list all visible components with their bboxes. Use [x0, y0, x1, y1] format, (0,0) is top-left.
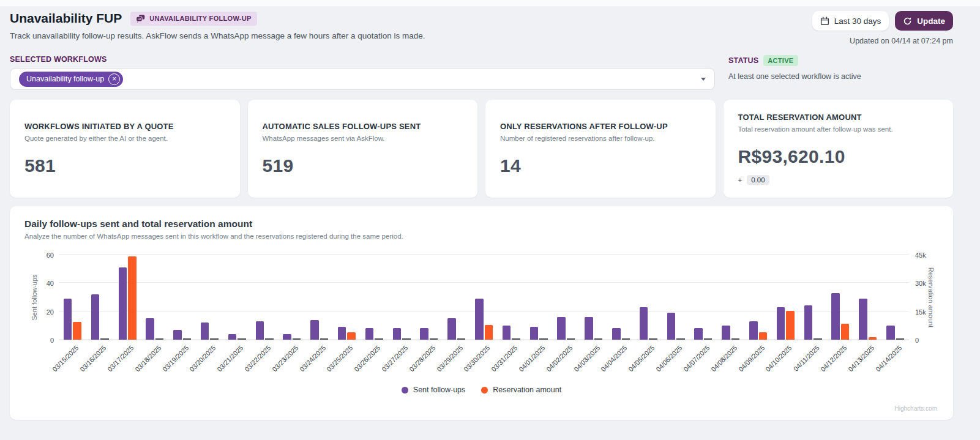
bar-reservation-amount[interactable]	[293, 338, 301, 340]
bar-sent-follow-ups[interactable]	[777, 307, 785, 340]
bar-sent-follow-ups[interactable]	[201, 323, 209, 340]
bar-reservation-amount[interactable]	[594, 338, 603, 340]
workflow-chip[interactable]: Unavailability follow-up ×	[19, 72, 123, 87]
y-axis-tick-right: 45k	[915, 252, 937, 259]
status-description: At least one selected workflow is active	[728, 72, 953, 81]
bar-sent-follow-ups[interactable]	[119, 267, 127, 340]
x-axis-label: 03/26/2025	[353, 344, 381, 373]
bar-sent-follow-ups[interactable]	[804, 305, 813, 340]
bar-reservation-amount[interactable]	[210, 338, 219, 340]
bar-sent-follow-ups[interactable]	[365, 328, 374, 340]
bar-reservation-amount[interactable]	[73, 322, 81, 340]
metric-description: Quote generated by either the AI or the …	[24, 135, 225, 142]
bar-sent-follow-ups[interactable]	[886, 326, 895, 340]
bar-reservation-amount[interactable]	[814, 338, 822, 340]
bar-reservation-amount[interactable]	[704, 338, 713, 340]
bar-sent-follow-ups[interactable]	[530, 327, 539, 340]
header-left: Unavailability FUP UNAVAILABILITY FOLLOW…	[10, 11, 425, 40]
bar-reservation-amount[interactable]	[238, 338, 246, 340]
highcharts-credit[interactable]: Highcharts.com	[895, 405, 937, 412]
selected-workflows-label: SELECTED WORKFLOWS	[10, 55, 715, 64]
bar-sent-follow-ups[interactable]	[173, 330, 182, 340]
bar-reservation-amount[interactable]	[759, 332, 768, 340]
status-badge: ACTIVE	[763, 55, 798, 66]
bar-sent-follow-ups[interactable]	[64, 299, 72, 340]
workflows-select[interactable]: Unavailability follow-up ×	[10, 68, 715, 90]
bar-reservation-amount[interactable]	[786, 311, 795, 340]
bar-sent-follow-ups[interactable]	[722, 326, 730, 340]
legend-label: Reservation amount	[493, 386, 561, 394]
bar-reservation-amount[interactable]	[869, 337, 877, 340]
bar-sent-follow-ups[interactable]	[503, 326, 511, 340]
metric-delta: + 0.00	[738, 175, 939, 185]
bar-reservation-amount[interactable]	[320, 338, 329, 340]
metric-value: 581	[24, 155, 225, 176]
bar-reservation-amount[interactable]	[649, 338, 657, 340]
metric-cards: WORKFLOWS INITIATED BY A QUOTE Quote gen…	[10, 100, 953, 198]
bar-sent-follow-ups[interactable]	[612, 328, 621, 340]
bar-sent-follow-ups[interactable]	[749, 321, 758, 340]
legend-item-sent-follow-ups[interactable]: Sent follow-ups	[402, 386, 465, 394]
bar-sent-follow-ups[interactable]	[475, 299, 484, 340]
bar-reservation-amount[interactable]	[676, 338, 685, 340]
x-axis-label: 03/19/2025	[161, 344, 190, 373]
metric-description: Total reservation amount after follow-up…	[738, 125, 939, 133]
status-label: STATUS	[728, 56, 758, 65]
bar-sent-follow-ups[interactable]	[694, 328, 703, 340]
bar-sent-follow-ups[interactable]	[338, 327, 346, 340]
bar-reservation-amount[interactable]	[183, 338, 192, 340]
bar-sent-follow-ups[interactable]	[256, 321, 264, 340]
legend-item-reservation-amount[interactable]: Reservation amount	[481, 386, 561, 394]
bar-sent-follow-ups[interactable]	[585, 317, 593, 340]
bar-sent-follow-ups[interactable]	[859, 299, 867, 340]
x-axis-label: 03/31/2025	[490, 344, 518, 373]
calendar-icon	[820, 17, 829, 26]
bar-sent-follow-ups[interactable]	[283, 334, 291, 340]
bar-reservation-amount[interactable]	[430, 338, 438, 340]
bar-sent-follow-ups[interactable]	[420, 328, 428, 340]
update-button[interactable]: Update	[895, 11, 953, 31]
remove-workflow-icon[interactable]: ×	[108, 73, 120, 85]
metric-title: TOTAL RESERVATION AMOUNT	[738, 113, 939, 122]
bar-reservation-amount[interactable]	[100, 338, 109, 340]
bar-reservation-amount[interactable]	[485, 325, 493, 340]
bar-sent-follow-ups[interactable]	[393, 328, 402, 340]
bar-reservation-amount[interactable]	[155, 338, 164, 340]
bar-sent-follow-ups[interactable]	[146, 318, 154, 340]
bar-sent-follow-ups[interactable]	[310, 320, 319, 340]
x-axis-label: 03/25/2025	[326, 344, 354, 373]
x-axis-label: 04/13/2025	[847, 344, 875, 373]
plot-area: 002015k4030k6045k03/15/202503/16/202503/…	[59, 255, 909, 340]
y-axis-tick-left: 60	[32, 252, 54, 259]
bar-reservation-amount[interactable]	[841, 324, 850, 340]
bar-sent-follow-ups[interactable]	[557, 317, 566, 340]
bar-reservation-amount[interactable]	[457, 338, 466, 340]
bar-reservation-amount[interactable]	[567, 338, 575, 340]
bar-sent-follow-ups[interactable]	[228, 334, 237, 340]
x-axis-label: 03/28/2025	[408, 344, 436, 373]
bar-reservation-amount[interactable]	[375, 338, 383, 340]
x-axis-label: 04/06/2025	[654, 344, 683, 373]
bar-reservation-amount[interactable]	[731, 338, 740, 340]
bar-reservation-amount[interactable]	[265, 338, 274, 340]
bar-reservation-amount[interactable]	[347, 332, 356, 340]
follow-up-chat-icon	[136, 14, 145, 23]
bar-sent-follow-ups[interactable]	[447, 318, 456, 340]
date-range-label: Last 30 days	[834, 17, 881, 26]
bar-sent-follow-ups[interactable]	[91, 294, 100, 340]
x-axis-label: 04/08/2025	[709, 344, 738, 373]
bar-sent-follow-ups[interactable]	[831, 293, 840, 340]
bar-sent-follow-ups[interactable]	[667, 313, 676, 340]
bar-reservation-amount[interactable]	[512, 338, 520, 340]
date-range-button[interactable]: Last 30 days	[812, 11, 889, 31]
metric-description: Number of registered reservations after …	[500, 135, 701, 142]
bar-reservation-amount[interactable]	[128, 256, 137, 340]
bar-reservation-amount[interactable]	[402, 338, 411, 340]
bar-reservation-amount[interactable]	[896, 338, 905, 340]
bar-reservation-amount[interactable]	[539, 338, 548, 340]
page-subtitle: Track unavailability follow-up results. …	[10, 31, 425, 40]
metric-title: ONLY RESERVATIONS AFTER FOLLOW-UP	[500, 122, 701, 131]
bar-sent-follow-ups[interactable]	[640, 307, 648, 340]
bar-reservation-amount[interactable]	[622, 338, 630, 340]
y-axis-tick-right: 0	[915, 337, 937, 344]
